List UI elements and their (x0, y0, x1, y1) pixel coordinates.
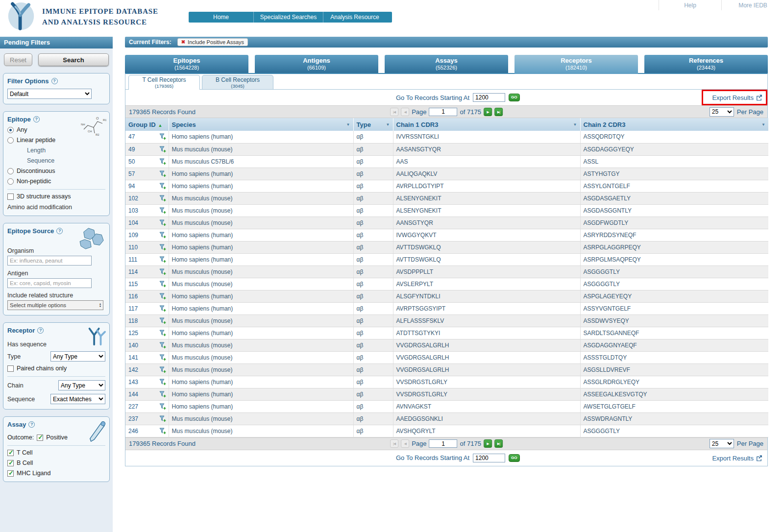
radio-any[interactable] (7, 127, 14, 133)
table-row[interactable]: 50 Mus musculus C57BL/6 αβ AAS ASSL (125, 155, 768, 168)
add-filter-icon[interactable] (159, 391, 166, 398)
add-filter-icon[interactable] (159, 268, 166, 275)
structure-assays-checkbox[interactable] (7, 193, 14, 200)
per-page-select-bottom[interactable]: 25 (710, 439, 734, 448)
table-row[interactable]: 102 Mus musculus (mouse) αβ ALSENYGNEKIT… (125, 192, 768, 204)
add-filter-icon[interactable] (159, 244, 166, 251)
add-filter-icon[interactable] (159, 354, 166, 361)
last-page-button[interactable]: ▶| (494, 108, 503, 116)
page-number-input[interactable] (429, 108, 458, 116)
b-cell-checkbox[interactable] (7, 460, 14, 466)
group-id-link[interactable]: 142 (128, 366, 138, 373)
paired-chains-checkbox[interactable] (7, 365, 14, 372)
add-filter-icon[interactable] (159, 342, 166, 349)
tab-assays[interactable]: Assays (552326) (385, 55, 508, 73)
first-page-button-bottom[interactable]: |◀ (390, 439, 398, 448)
related-structure-select[interactable]: Select multiple options ▴▾ (7, 300, 103, 310)
radio-discontinuous[interactable] (7, 168, 14, 174)
export-results-link-bottom[interactable]: Export Results (712, 454, 762, 461)
add-filter-icon[interactable] (159, 158, 166, 165)
add-filter-icon[interactable] (159, 379, 166, 386)
table-row[interactable]: 110 Homo sapiens (human) αβ AVTTDSWGKLQ … (125, 241, 768, 253)
table-row[interactable]: 143 Homo sapiens (human) αβ VVSDRGSTLGRL… (125, 376, 768, 388)
group-id-link[interactable]: 115 (128, 281, 138, 288)
table-row[interactable]: 144 Homo sapiens (human) αβ VVSDRGSTLGRL… (125, 388, 768, 400)
type-column-menu-icon[interactable]: ▼ (386, 122, 390, 127)
tab-references[interactable]: References (23443) (644, 55, 768, 73)
add-filter-icon[interactable] (159, 428, 166, 435)
add-filter-icon[interactable] (159, 170, 166, 177)
add-filter-icon[interactable] (159, 293, 166, 300)
go-button-bottom[interactable]: GO (509, 454, 519, 462)
table-row[interactable]: 116 Homo sapiens (human) αβ ALSGFYNTDKLI… (125, 290, 768, 302)
amino-acid-modification-label[interactable]: Amino acid modification (7, 204, 105, 211)
column-header-chain1-cdr3[interactable]: Chain 1 CDR3▼ (393, 118, 580, 131)
epitope-help-icon[interactable]: ? (33, 116, 40, 122)
group-id-link[interactable]: 47 (128, 133, 135, 140)
filter-options-select[interactable]: Default (7, 89, 92, 99)
table-row[interactable]: 227 Homo sapiens (human) αβ AVNVAGKST AW… (125, 400, 768, 412)
table-row[interactable]: 47 Homo sapiens (human) αβ IVVRSSNTGKLI … (125, 131, 768, 143)
table-row[interactable]: 49 Mus musculus (mouse) αβ AASANSGTYQR A… (125, 143, 768, 155)
prev-page-button[interactable]: ◀ (401, 108, 409, 116)
add-filter-icon[interactable] (159, 256, 166, 263)
table-row[interactable]: 141 Mus musculus (mouse) αβ VVGDRGSALGRL… (125, 351, 768, 363)
table-row[interactable]: 237 Mus musculus (mouse) αβ AAEDGGSGNKLI… (125, 412, 768, 425)
table-row[interactable]: 115 Mus musculus (mouse) αβ AVSLERPYLT A… (125, 278, 768, 290)
page-number-input-bottom[interactable] (429, 439, 458, 448)
group-id-link[interactable]: 143 (128, 379, 138, 386)
group-id-link[interactable]: 103 (128, 207, 138, 214)
add-filter-icon[interactable] (159, 232, 166, 239)
table-row[interactable]: 118 Mus musculus (mouse) αβ ALFLASSSFSKL… (125, 314, 768, 327)
table-row[interactable]: 94 Homo sapiens (human) αβ AVRPLLDGTYIPT… (125, 180, 768, 192)
mhc-ligand-checkbox[interactable] (7, 470, 14, 477)
next-page-button[interactable]: ▶ (484, 108, 492, 116)
group-id-link[interactable]: 117 (128, 305, 138, 312)
add-filter-icon[interactable] (159, 133, 166, 140)
search-button[interactable]: Search (38, 53, 109, 66)
group-id-link[interactable]: 114 (128, 268, 138, 275)
add-filter-icon[interactable] (159, 317, 166, 324)
first-page-button[interactable]: |◀ (390, 108, 398, 116)
epitope-source-help-icon[interactable]: ? (56, 228, 63, 234)
group-id-link[interactable]: 141 (128, 354, 138, 361)
add-filter-icon[interactable] (159, 281, 166, 288)
help-link[interactable]: Help (659, 0, 721, 10)
group-id-link[interactable]: 111 (128, 256, 137, 263)
subtab-t-cell-receptors[interactable]: T Cell Receptors (179365) (128, 75, 200, 90)
group-id-link[interactable]: 246 (128, 428, 138, 435)
group-id-link[interactable]: 125 (128, 330, 138, 337)
remove-filter-icon[interactable]: ✖ (181, 40, 185, 45)
group-id-link[interactable]: 102 (128, 195, 138, 202)
goto-records-input-bottom[interactable] (473, 454, 505, 462)
table-row[interactable]: 125 Homo sapiens (human) αβ ATDTTSGTYKYI… (125, 327, 768, 339)
column-header-chain2-cdr3[interactable]: Chain 2 CDR3▼ (580, 118, 768, 131)
nav-specialized-searches[interactable]: Specialized Searches (254, 12, 323, 23)
add-filter-icon[interactable] (159, 195, 166, 202)
t-cell-checkbox[interactable] (7, 450, 14, 456)
column-header-type[interactable]: Type▼ (353, 118, 393, 131)
per-page-select[interactable]: 25 (710, 107, 734, 117)
tab-receptors[interactable]: Receptors (182410) (514, 55, 638, 74)
add-filter-icon[interactable] (159, 207, 166, 214)
add-filter-icon[interactable] (159, 415, 166, 422)
tab-antigens[interactable]: Antigens (66109) (255, 55, 378, 73)
export-results-link[interactable]: Export Results (712, 94, 762, 101)
group-id-link[interactable]: 109 (128, 232, 138, 239)
table-row[interactable]: 109 Homo sapiens (human) αβ IVWGGYQKVT A… (125, 229, 768, 241)
add-filter-icon[interactable] (159, 183, 166, 190)
group-id-link[interactable]: 227 (128, 403, 138, 410)
add-filter-icon[interactable] (159, 366, 166, 373)
receptor-help-icon[interactable]: ? (37, 327, 44, 334)
table-row[interactable]: 111 Homo sapiens (human) αβ AVTTDSWGKLQ … (125, 253, 768, 266)
assay-help-icon[interactable]: ? (28, 421, 35, 428)
column-header-species[interactable]: Species▼ (169, 118, 353, 131)
table-row[interactable]: 140 Mus musculus (mouse) αβ VVGDRGSALGRL… (125, 339, 768, 351)
column-header-group-id[interactable]: Group ID▲ (125, 118, 169, 131)
radio-non-peptidic[interactable] (7, 178, 14, 185)
positive-assays-filter-chip[interactable]: ✖ Include Positive Assays (177, 38, 248, 46)
antigen-input[interactable] (7, 278, 92, 288)
linear-length-label[interactable]: Length (27, 147, 46, 154)
group-id-link[interactable]: 94 (128, 183, 135, 190)
sequence-match-select[interactable]: Exact Matches (50, 394, 105, 404)
